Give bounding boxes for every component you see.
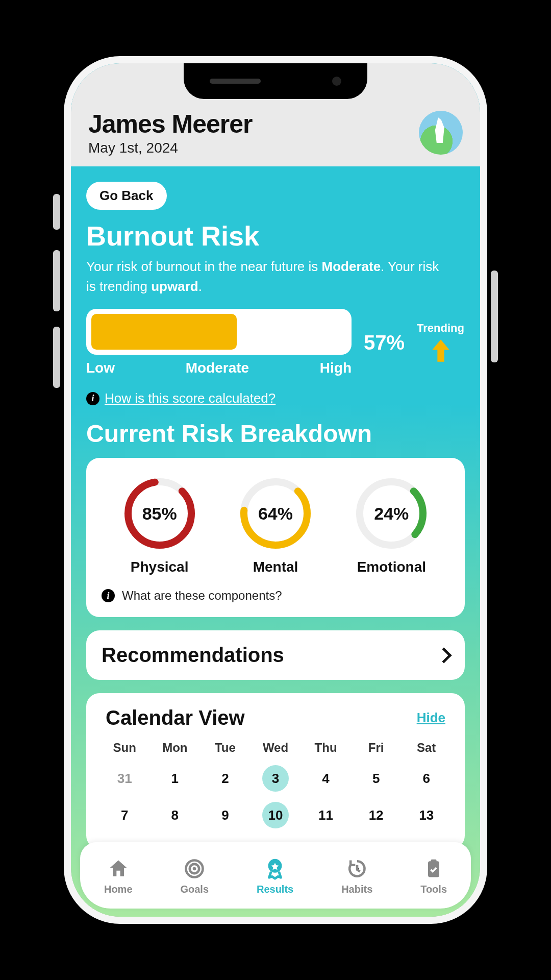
breakdown-title: Current Risk Breakdown [86,420,465,448]
ring-gauge: 24% [353,475,430,552]
calendar-day[interactable]: 12 [363,802,389,828]
info-icon: i [102,589,115,602]
calendar-day[interactable]: 8 [162,802,188,828]
score-info-text[interactable]: How is this score calculated? [105,390,276,406]
ring-gauge: 64% [237,475,314,552]
ring-item: 64% Mental [237,475,314,575]
tab-habits-label: Habits [341,884,372,895]
tab-tools[interactable]: Tools [420,856,447,895]
ring-value: 85% [121,475,198,552]
go-back-button[interactable]: Go Back [86,182,167,210]
burnout-title: Burnout Risk [86,220,465,252]
calendar-hide-link[interactable]: Hide [417,710,445,726]
ring-gauge: 85% [121,475,198,552]
tab-results[interactable]: Results [257,856,293,895]
home-icon [104,856,133,881]
notch [184,63,367,99]
tab-goals[interactable]: Goals [180,856,209,895]
tab-tools-label: Tools [420,884,447,895]
tab-results-label: Results [257,884,293,895]
calendar-day[interactable]: 31 [111,765,138,792]
screen: James Meerer May 1st, 2024 Go Back Burno… [71,63,480,917]
recommendations-card[interactable]: Recommendations [86,630,465,680]
trending-indicator: Trending [417,322,464,363]
breakdown-info-link[interactable]: i What are these components? [102,589,449,603]
ring-value: 24% [353,475,430,552]
svg-rect-11 [431,859,437,863]
calendar-day[interactable]: 5 [363,765,389,792]
target-icon [180,856,209,881]
calendar-dow: Sat [401,741,452,755]
volume-down-button[interactable] [53,327,60,388]
score-info-link[interactable]: i How is this score calculated? [86,390,465,406]
rings-row: 85% Physical 64% Mental 24% Emotional [102,475,449,575]
calendar-day[interactable]: 6 [413,765,440,792]
header-date: May 1st, 2024 [88,140,253,156]
ring-item: 85% Physical [121,475,198,575]
tab-home[interactable]: Home [104,856,133,895]
info-icon: i [86,392,99,405]
calendar-day[interactable]: 10 [262,802,289,828]
calendar-dow: Sun [99,741,150,755]
chevron-right-icon [436,647,452,663]
volume-mute-button[interactable] [53,194,60,230]
calendar-dow: Tue [200,741,251,755]
tab-goals-label: Goals [180,884,209,895]
speaker-grille [210,79,261,84]
ring-item: 24% Emotional [353,475,430,575]
user-name: James Meerer [88,109,253,139]
avatar[interactable] [419,111,463,155]
award-icon [257,856,293,881]
calendar-dow: Thu [300,741,351,755]
label-low: Low [86,360,115,376]
label-high: High [320,360,352,376]
clock-refresh-icon [341,856,372,881]
risk-bar [86,309,352,355]
tab-habits[interactable]: Habits [341,856,372,895]
trend-up-icon [431,338,451,363]
calendar-day[interactable]: 1 [162,765,188,792]
calendar-day[interactable]: 4 [313,765,339,792]
risk-row: Low Moderate High 57% Trending [86,309,465,376]
risk-bar-labels: Low Moderate High [86,360,352,376]
calendar-day[interactable]: 7 [111,802,138,828]
recommendations-title: Recommendations [102,644,284,667]
svg-rect-10 [428,861,439,877]
home-indicator[interactable] [224,898,327,902]
svg-point-8 [193,867,196,870]
calendar-dow: Fri [351,741,402,755]
power-button[interactable] [491,271,498,362]
burnout-trend: upward [151,279,198,294]
phone-frame: James Meerer May 1st, 2024 Go Back Burno… [64,56,487,924]
content: Go Back Burnout Risk Your risk of burnou… [71,169,480,917]
front-camera [332,77,341,86]
burnout-desc-pre: Your risk of burnout in the near future … [86,259,322,274]
calendar-day[interactable]: 2 [212,765,238,792]
label-moderate: Moderate [186,360,249,376]
risk-bar-fill [91,314,237,350]
burnout-severity: Moderate [322,259,381,274]
breakdown-card: 85% Physical 64% Mental 24% Emotional [86,458,465,617]
calendar-card: Calendar View Hide SunMonTueWedThuFriSat… [86,693,465,849]
clipboard-check-icon [420,856,447,881]
calendar-day[interactable]: 9 [212,802,238,828]
burnout-desc-end: . [198,279,202,294]
breakdown-info-text: What are these components? [122,589,282,603]
ring-value: 64% [237,475,314,552]
calendar-day[interactable]: 11 [313,802,339,828]
calendar-dow: Wed [251,741,301,755]
volume-up-button[interactable] [53,250,60,311]
calendar-day[interactable]: 13 [413,802,440,828]
tab-home-label: Home [104,884,133,895]
calendar-dow: Mon [150,741,201,755]
trending-label: Trending [417,322,464,335]
risk-percent: 57% [364,331,405,354]
burnout-description: Your risk of burnout in the near future … [86,257,443,297]
calendar-title: Calendar View [106,706,245,729]
calendar-day[interactable]: 3 [262,765,289,792]
calendar-grid: SunMonTueWedThuFriSat3112345678910111213 [99,741,452,828]
